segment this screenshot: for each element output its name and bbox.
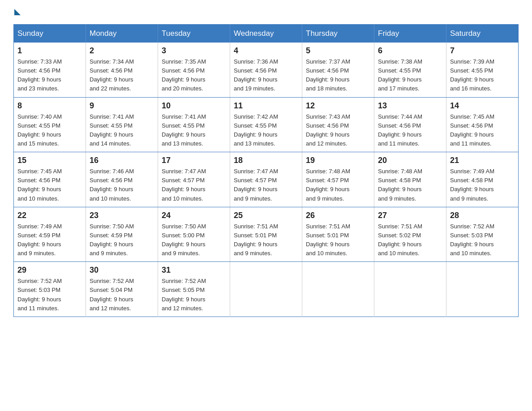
- day-number: 11: [234, 101, 298, 111]
- day-number: 2: [90, 46, 154, 56]
- calendar-cell: 1 Sunrise: 7:33 AMSunset: 4:56 PMDayligh…: [14, 43, 86, 97]
- day-info: Sunrise: 7:49 AMSunset: 4:58 PMDaylight:…: [450, 168, 494, 201]
- calendar-week-row: 1 Sunrise: 7:33 AMSunset: 4:56 PMDayligh…: [14, 43, 519, 97]
- day-number: 28: [450, 211, 515, 220]
- calendar-cell: 6 Sunrise: 7:38 AMSunset: 4:55 PMDayligh…: [374, 43, 446, 97]
- calendar-week-row: 8 Sunrise: 7:40 AMSunset: 4:55 PMDayligh…: [14, 97, 519, 152]
- day-info: Sunrise: 7:48 AMSunset: 4:57 PMDaylight:…: [306, 168, 350, 201]
- calendar-cell: [446, 262, 519, 317]
- weekday-header-sunday: Sunday: [14, 25, 86, 43]
- day-info: Sunrise: 7:33 AMSunset: 4:56 PMDaylight:…: [17, 58, 62, 92]
- calendar-cell: 20 Sunrise: 7:48 AMSunset: 4:58 PMDaylig…: [374, 152, 446, 207]
- page-header: [13, 9, 519, 15]
- day-number: 12: [306, 101, 370, 111]
- calendar-cell: [374, 262, 446, 317]
- day-number: 14: [450, 101, 515, 111]
- day-number: 8: [17, 101, 82, 111]
- calendar-cell: 27 Sunrise: 7:51 AMSunset: 5:02 PMDaylig…: [374, 207, 446, 262]
- calendar-cell: 9 Sunrise: 7:41 AMSunset: 4:55 PMDayligh…: [86, 97, 158, 152]
- day-number: 23: [90, 211, 154, 220]
- day-info: Sunrise: 7:51 AMSunset: 5:01 PMDaylight:…: [234, 223, 278, 257]
- day-number: 10: [162, 101, 226, 111]
- calendar-cell: 12 Sunrise: 7:43 AMSunset: 4:56 PMDaylig…: [302, 97, 374, 152]
- day-number: 6: [378, 46, 442, 56]
- day-number: 31: [162, 265, 226, 275]
- day-info: Sunrise: 7:40 AMSunset: 4:55 PMDaylight:…: [17, 113, 62, 147]
- calendar-cell: 16 Sunrise: 7:46 AMSunset: 4:56 PMDaylig…: [86, 152, 158, 207]
- day-number: 25: [234, 211, 298, 220]
- day-number: 19: [306, 156, 370, 165]
- calendar-cell: 30 Sunrise: 7:52 AMSunset: 5:04 PMDaylig…: [86, 262, 158, 317]
- calendar-cell: [302, 262, 374, 317]
- logo-arrow-icon: [14, 9, 21, 15]
- day-number: 24: [162, 211, 226, 220]
- day-number: 21: [450, 156, 515, 165]
- day-number: 13: [378, 101, 442, 111]
- logo-top: [13, 9, 21, 14]
- calendar-week-row: 15 Sunrise: 7:45 AMSunset: 4:56 PMDaylig…: [14, 152, 519, 207]
- calendar-cell: 8 Sunrise: 7:40 AMSunset: 4:55 PMDayligh…: [14, 97, 86, 152]
- day-info: Sunrise: 7:51 AMSunset: 5:01 PMDaylight:…: [306, 223, 350, 257]
- calendar-cell: 31 Sunrise: 7:52 AMSunset: 5:05 PMDaylig…: [158, 262, 230, 317]
- day-number: 20: [378, 156, 442, 165]
- day-number: 22: [17, 211, 82, 220]
- calendar-cell: 18 Sunrise: 7:47 AMSunset: 4:57 PMDaylig…: [230, 152, 302, 207]
- calendar-cell: 17 Sunrise: 7:47 AMSunset: 4:57 PMDaylig…: [158, 152, 230, 207]
- day-info: Sunrise: 7:47 AMSunset: 4:57 PMDaylight:…: [234, 168, 278, 201]
- day-info: Sunrise: 7:52 AMSunset: 5:03 PMDaylight:…: [450, 223, 494, 257]
- day-info: Sunrise: 7:50 AMSunset: 4:59 PMDaylight:…: [90, 223, 134, 257]
- day-info: Sunrise: 7:52 AMSunset: 5:05 PMDaylight:…: [162, 278, 206, 311]
- day-number: 4: [234, 46, 298, 56]
- day-number: 18: [234, 156, 298, 165]
- weekday-header-thursday: Thursday: [302, 25, 374, 43]
- calendar-cell: 3 Sunrise: 7:35 AMSunset: 4:56 PMDayligh…: [158, 43, 230, 97]
- calendar-cell: 13 Sunrise: 7:44 AMSunset: 4:56 PMDaylig…: [374, 97, 446, 152]
- day-number: 17: [162, 156, 226, 165]
- calendar-cell: 14 Sunrise: 7:45 AMSunset: 4:56 PMDaylig…: [446, 97, 519, 152]
- calendar-week-row: 29 Sunrise: 7:52 AMSunset: 5:03 PMDaylig…: [14, 262, 519, 317]
- calendar-cell: 24 Sunrise: 7:50 AMSunset: 5:00 PMDaylig…: [158, 207, 230, 262]
- calendar-cell: 4 Sunrise: 7:36 AMSunset: 4:56 PMDayligh…: [230, 43, 302, 97]
- calendar-cell: 26 Sunrise: 7:51 AMSunset: 5:01 PMDaylig…: [302, 207, 374, 262]
- calendar-cell: 21 Sunrise: 7:49 AMSunset: 4:58 PMDaylig…: [446, 152, 519, 207]
- calendar-cell: 22 Sunrise: 7:49 AMSunset: 4:59 PMDaylig…: [14, 207, 86, 262]
- day-number: 30: [90, 265, 154, 275]
- day-number: 26: [306, 211, 370, 220]
- day-info: Sunrise: 7:41 AMSunset: 4:55 PMDaylight:…: [90, 113, 134, 147]
- day-number: 16: [90, 156, 154, 165]
- day-number: 3: [162, 46, 226, 56]
- day-info: Sunrise: 7:46 AMSunset: 4:56 PMDaylight:…: [90, 168, 134, 201]
- calendar-cell: 11 Sunrise: 7:42 AMSunset: 4:55 PMDaylig…: [230, 97, 302, 152]
- day-number: 1: [17, 46, 82, 56]
- weekday-header-monday: Monday: [86, 25, 158, 43]
- calendar-table: SundayMondayTuesdayWednesdayThursdayFrid…: [13, 24, 519, 317]
- day-info: Sunrise: 7:50 AMSunset: 5:00 PMDaylight:…: [162, 223, 206, 257]
- day-info: Sunrise: 7:51 AMSunset: 5:02 PMDaylight:…: [378, 223, 422, 257]
- calendar-cell: 2 Sunrise: 7:34 AMSunset: 4:56 PMDayligh…: [86, 43, 158, 97]
- day-info: Sunrise: 7:44 AMSunset: 4:56 PMDaylight:…: [378, 113, 422, 147]
- calendar-cell: 10 Sunrise: 7:41 AMSunset: 4:55 PMDaylig…: [158, 97, 230, 152]
- weekday-header-row: SundayMondayTuesdayWednesdayThursdayFrid…: [14, 25, 519, 43]
- day-number: 5: [306, 46, 370, 56]
- calendar-cell: 25 Sunrise: 7:51 AMSunset: 5:01 PMDaylig…: [230, 207, 302, 262]
- calendar-cell: 5 Sunrise: 7:37 AMSunset: 4:56 PMDayligh…: [302, 43, 374, 97]
- day-info: Sunrise: 7:49 AMSunset: 4:59 PMDaylight:…: [17, 223, 62, 257]
- calendar-cell: [230, 262, 302, 317]
- day-number: 15: [17, 156, 82, 165]
- day-info: Sunrise: 7:47 AMSunset: 4:57 PMDaylight:…: [162, 168, 206, 201]
- day-info: Sunrise: 7:45 AMSunset: 4:56 PMDaylight:…: [17, 168, 62, 201]
- day-info: Sunrise: 7:34 AMSunset: 4:56 PMDaylight:…: [90, 58, 134, 92]
- day-number: 27: [378, 211, 442, 220]
- day-info: Sunrise: 7:39 AMSunset: 4:55 PMDaylight:…: [450, 58, 494, 92]
- calendar-cell: 29 Sunrise: 7:52 AMSunset: 5:03 PMDaylig…: [14, 262, 86, 317]
- weekday-header-saturday: Saturday: [446, 25, 519, 43]
- day-info: Sunrise: 7:52 AMSunset: 5:04 PMDaylight:…: [90, 278, 134, 311]
- day-info: Sunrise: 7:38 AMSunset: 4:55 PMDaylight:…: [378, 58, 422, 92]
- calendar-week-row: 22 Sunrise: 7:49 AMSunset: 4:59 PMDaylig…: [14, 207, 519, 262]
- day-number: 9: [90, 101, 154, 111]
- day-info: Sunrise: 7:37 AMSunset: 4:56 PMDaylight:…: [306, 58, 350, 92]
- calendar-cell: 15 Sunrise: 7:45 AMSunset: 4:56 PMDaylig…: [14, 152, 86, 207]
- day-info: Sunrise: 7:43 AMSunset: 4:56 PMDaylight:…: [306, 113, 350, 147]
- weekday-header-friday: Friday: [374, 25, 446, 43]
- logo: [13, 9, 21, 15]
